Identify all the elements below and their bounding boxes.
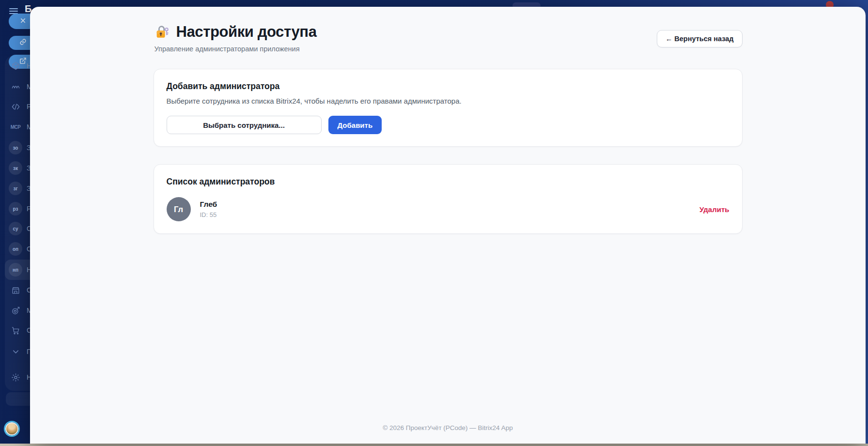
cart-icon (9, 323, 22, 337)
modal-header: Настройки доступа Управление администрат… (154, 23, 743, 53)
avatar: оп (9, 242, 22, 256)
avatar: рз (9, 202, 22, 215)
bottom-strip (0, 444, 868, 446)
select-employee-button[interactable]: Выбрать сотрудника... (167, 116, 322, 134)
add-admin-card: Добавить администратора Выберите сотрудн… (154, 69, 743, 147)
avatar: зо (9, 141, 22, 154)
mcp-icon: MCP (9, 120, 22, 134)
access-settings-modal: Настройки доступа Управление администрат… (30, 7, 866, 444)
target-icon (9, 304, 22, 317)
store-icon (9, 283, 22, 297)
admin-list-card: Список администраторов Гл Глеб ID: 55 Уд… (154, 164, 743, 234)
admin-list-card-title: Список администраторов (167, 177, 729, 187)
avatar: нп (9, 263, 22, 277)
waves-icon (9, 80, 22, 93)
delete-admin-button[interactable]: Удалить (699, 205, 729, 214)
avatar: зк (9, 161, 22, 175)
chevron-down-icon (9, 345, 22, 358)
lock-with-key-icon (154, 24, 170, 40)
add-admin-card-description: Выберите сотрудника из списка Bitrix24, … (167, 97, 729, 105)
modal-footer: © 2026 ПроектУчёт (PCode) — Bitrix24 App (154, 424, 743, 444)
admin-avatar: Гл (167, 197, 191, 221)
back-button[interactable]: ← Вернуться назад (657, 30, 743, 47)
page-title: Настройки доступа (176, 23, 317, 41)
add-admin-button[interactable]: Добавить (328, 116, 382, 134)
page-subtitle: Управление администраторами приложения (155, 45, 317, 53)
avatar: су (9, 222, 22, 235)
code-icon (9, 100, 22, 113)
user-avatar[interactable] (5, 422, 18, 435)
admin-id: ID: 55 (200, 211, 217, 218)
admin-name: Глеб (200, 200, 217, 209)
link-icon (19, 38, 27, 47)
close-icon (19, 17, 27, 26)
avatar: зг (9, 182, 22, 195)
admin-list-item: Гл Глеб ID: 55 Удалить (167, 197, 729, 221)
gear-icon (9, 370, 22, 384)
add-admin-card-title: Добавить администратора (167, 81, 729, 92)
package-icon (9, 59, 22, 73)
